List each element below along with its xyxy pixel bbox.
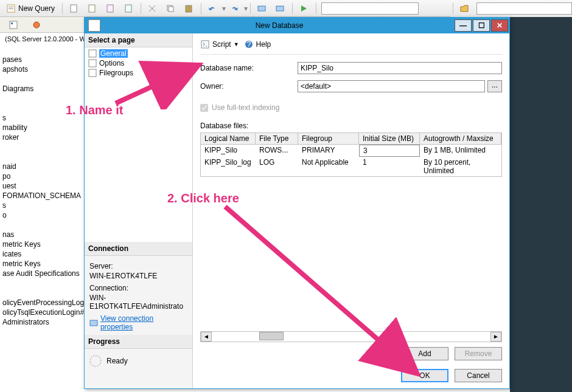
table-row[interactable]: KIPP_Silo ROWS... PRIMARY 3 By 1 MB, Unl… (201, 145, 501, 157)
scroll-left-arrow[interactable]: ◄ (201, 332, 212, 342)
page-options[interactable]: Options (86, 58, 191, 68)
scroll-right-arrow[interactable]: ► (490, 332, 501, 342)
col-logical-name[interactable]: Logical Name (201, 133, 256, 145)
col-filegroup[interactable]: Filegroup (298, 133, 359, 145)
cell-size[interactable]: 3 (359, 145, 420, 157)
tree-item[interactable]: roker (0, 132, 84, 142)
svg-rect-9 (186, 5, 192, 12)
tree-item[interactable]: po (0, 171, 84, 181)
folder-button[interactable] (456, 2, 473, 15)
owner-browse-button[interactable]: ... (487, 80, 502, 92)
svg-rect-3 (71, 5, 77, 12)
svg-rect-19 (201, 41, 209, 48)
cell-filegroup[interactable]: PRIMARY (298, 145, 359, 157)
toolbar-btn-1[interactable] (65, 2, 82, 15)
page-icon (88, 69, 97, 77)
tree-item[interactable]: ase Audit Specifications (0, 269, 84, 278)
toolbar-combo-2[interactable] (476, 2, 572, 15)
owner-input[interactable] (298, 80, 485, 92)
tree-item[interactable]: s (0, 113, 84, 123)
database-name-input[interactable] (298, 62, 502, 74)
col-file-type[interactable]: File Type (256, 133, 298, 145)
tree-item[interactable]: metric Keys (0, 259, 84, 269)
table-header: Logical Name File Type Filegroup Initial… (201, 133, 501, 145)
minimize-button[interactable]: — (455, 19, 472, 32)
cell-type[interactable]: ROWS... (256, 145, 298, 157)
tree-item[interactable]: o (0, 210, 84, 220)
doc-icon (124, 4, 133, 13)
ok-button[interactable]: OK (401, 369, 448, 382)
copy-icon (166, 4, 175, 13)
help-button[interactable]: ? Help (244, 40, 271, 49)
tree-item[interactable]: icates (0, 249, 84, 259)
obj-icon (32, 20, 41, 30)
view-connection-properties-link[interactable]: View connection properties (89, 314, 187, 331)
tree-item[interactable]: mability (0, 123, 84, 132)
redo-button[interactable] (226, 2, 243, 15)
tree-item[interactable]: FORMATION_SCHEMA (0, 191, 84, 201)
page-icon (88, 49, 97, 58)
remove-button[interactable]: Remove (455, 347, 502, 360)
paste-button[interactable] (180, 2, 197, 15)
page-filegroups[interactable]: Filegroups (86, 68, 191, 78)
tree-item[interactable]: naid (0, 162, 84, 171)
play-icon (299, 4, 309, 13)
new-query-button[interactable]: New Query (2, 2, 58, 15)
scroll-thumb[interactable] (259, 332, 284, 340)
tree-item[interactable]: apshots (0, 64, 84, 74)
link-text: View connection properties (100, 314, 187, 331)
scroll-track[interactable] (212, 332, 490, 342)
cell-name[interactable]: KIPP_Silo (201, 145, 256, 157)
close-button[interactable]: ✕ (491, 19, 508, 32)
nav-icon (275, 4, 285, 13)
object-explorer-tree[interactable]: pases apshots Diagrams s mability roker … (0, 55, 84, 392)
toolbar-combo-1[interactable] (321, 2, 419, 15)
svg-rect-17 (89, 69, 96, 77)
undo-button[interactable] (204, 2, 221, 15)
sec-btn-2[interactable] (28, 19, 45, 31)
maximize-button[interactable]: ☐ (473, 19, 490, 32)
add-button[interactable]: Add (401, 347, 448, 360)
script-button[interactable]: Script ▼ (200, 40, 239, 49)
tree-item[interactable]: pases (0, 55, 84, 64)
tree-item[interactable]: s (0, 201, 84, 210)
table-row[interactable]: KIPP_Silo_log LOG Not Applicable 1 By 10… (201, 157, 501, 176)
toolbar-btn-nav1[interactable] (253, 2, 270, 15)
svg-rect-16 (89, 60, 96, 67)
toolbar-btn-2[interactable] (83, 2, 100, 15)
database-files-label: Database files: (200, 122, 502, 130)
dialog-titlebar[interactable]: New Database — ☐ ✕ (85, 18, 509, 33)
tree-item[interactable]: uest (0, 181, 84, 191)
progress-spinner-icon (89, 355, 102, 367)
tree-item[interactable]: Diagrams (0, 84, 84, 94)
col-initial-size[interactable]: Initial Size (MB) (359, 133, 420, 145)
database-files-table[interactable]: Logical Name File Type Filegroup Initial… (200, 132, 502, 177)
tree-item[interactable]: olicyEventProcessingLogin (0, 298, 84, 308)
script-icon (200, 40, 210, 49)
toolbar-btn-4[interactable] (120, 2, 137, 15)
horizontal-scrollbar[interactable]: ◄ ► (200, 331, 502, 342)
help-icon: ? (244, 40, 254, 49)
cell-type[interactable]: LOG (256, 157, 298, 176)
toolbar-btn-3[interactable] (102, 2, 119, 15)
copy-button[interactable] (162, 2, 179, 15)
cell-name[interactable]: KIPP_Silo_log (201, 157, 256, 176)
sec-btn-1[interactable] (5, 19, 22, 31)
tree-item[interactable]: metric Keys (0, 239, 84, 249)
play-button[interactable] (295, 2, 312, 15)
cell-filegroup[interactable]: Not Applicable (298, 157, 359, 176)
toolbar-btn-nav2[interactable] (271, 2, 288, 15)
cell-size[interactable]: 1 (359, 157, 420, 176)
properties-icon (89, 318, 98, 327)
tree-item[interactable]: Administrators (0, 317, 84, 327)
svg-point-14 (33, 22, 40, 28)
cancel-button[interactable]: Cancel (455, 369, 502, 382)
tree-item[interactable]: olicyTsqlExecutionLogin# (0, 308, 84, 317)
cell-growth[interactable]: By 10 percent, Unlimited (420, 157, 501, 176)
page-general[interactable]: General (86, 49, 191, 58)
tree-item[interactable]: nas (0, 230, 84, 239)
col-autogrowth[interactable]: Autogrowth / Maxsize (420, 133, 501, 145)
folder-icon (459, 4, 469, 13)
cut-button[interactable] (144, 2, 161, 15)
cell-growth[interactable]: By 1 MB, Unlimited (420, 145, 501, 157)
